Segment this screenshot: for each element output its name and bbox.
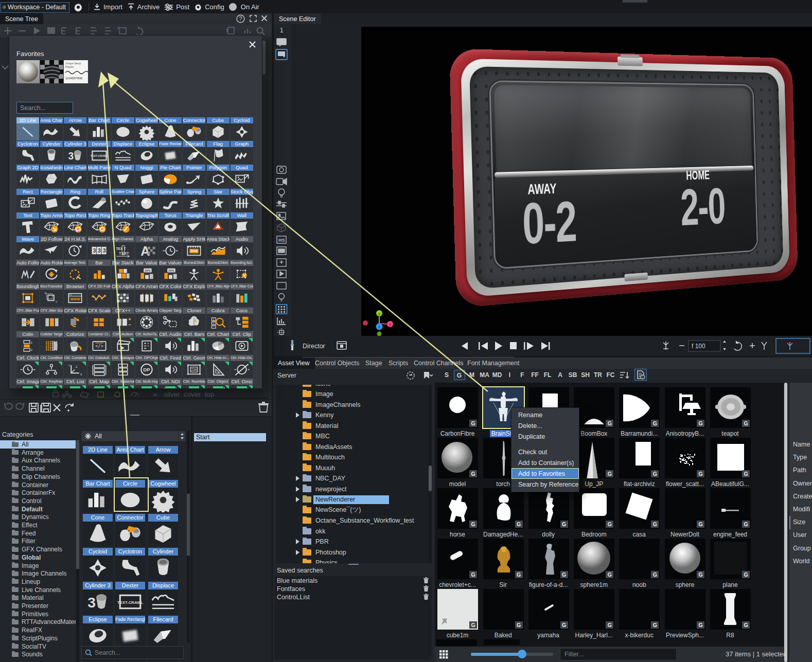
svg-text:20%: 20% — [145, 269, 151, 272]
svg-text:Playlist: Playlist — [65, 65, 74, 68]
svg-text:1: 1 — [213, 317, 214, 320]
svg-text:1: 1 — [31, 341, 32, 344]
svg-text:2: 2 — [213, 321, 214, 325]
svg-text:20%: 20% — [168, 269, 174, 272]
svg-text:3: 3 — [68, 150, 74, 162]
svg-text:Y: Y — [68, 364, 70, 367]
svg-text:3: 3 — [102, 247, 105, 254]
svg-text:1: 1 — [280, 27, 284, 34]
svg-text:TEXT-CRAWL: TEXT-CRAWL — [117, 600, 144, 605]
svg-text:234: 234 — [191, 368, 198, 371]
svg-text:Z: Z — [76, 365, 78, 368]
svg-text:DP: DP — [143, 367, 150, 372]
svg-text:f 100: f 100 — [692, 343, 705, 350]
svg-text:3: 3 — [98, 247, 101, 254]
svg-text:A: A — [140, 244, 150, 258]
svg-text:WWW: WWW — [70, 298, 81, 301]
svg-text:z: z — [378, 325, 380, 329]
svg-text:HS: HS — [278, 238, 285, 243]
svg-text:3: 3 — [93, 247, 96, 254]
svg-text:x: x — [389, 322, 391, 327]
svg-text:1234567890: 1234567890 — [65, 77, 83, 80]
svg-text:3: 3 — [87, 594, 96, 611]
svg-text:?: ? — [239, 16, 242, 22]
svg-text:Unique Setup: Unique Setup — [65, 62, 81, 65]
svg-text:2: 2 — [31, 348, 32, 351]
svg-text:X: X — [80, 373, 82, 376]
svg-text:y: y — [378, 311, 380, 316]
svg-text:X: X — [45, 292, 47, 295]
svg-text:</>: </> — [95, 344, 103, 349]
svg-text:TEX T: TEX T — [116, 247, 126, 251]
svg-text:RAM: RAM — [191, 249, 198, 253]
svg-text:Director: Director — [303, 343, 325, 350]
svg-text:TEXT-CRAWL: TEXT-CRAWL — [90, 155, 108, 158]
svg-text:Y: Y — [56, 301, 58, 304]
